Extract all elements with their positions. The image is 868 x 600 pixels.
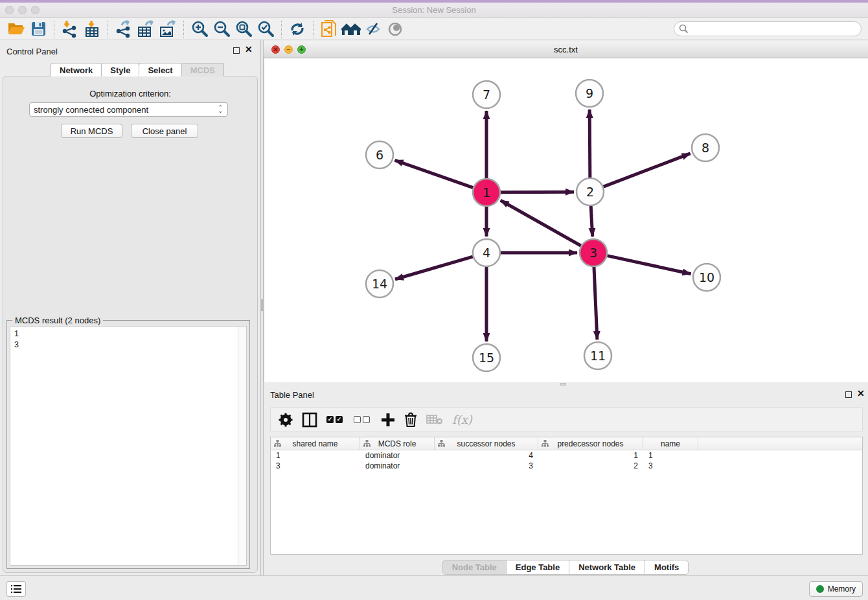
cell[interactable]: 3 (435, 461, 538, 470)
column-header-predecessor-nodes[interactable]: predecessor nodes (538, 437, 643, 450)
node-label-14: 14 (372, 277, 387, 291)
cell[interactable]: 4 (435, 451, 538, 460)
export-image-icon[interactable] (157, 20, 179, 38)
zoom-selected-icon[interactable] (255, 20, 277, 38)
deselect-all-icon[interactable] (354, 410, 372, 430)
close-panel-icon[interactable]: ✕ (245, 46, 253, 52)
node-label-15: 15 (479, 351, 494, 365)
memory-label: Memory (828, 584, 856, 594)
column-header-MCDS-role[interactable]: MCDS role (360, 437, 435, 450)
control-panel-title: Control Panel (6, 47, 58, 56)
control-panel-tabs: NetworkStyleSelectMCDS (51, 63, 223, 76)
tab-select[interactable]: Select (139, 63, 181, 76)
select-all-icon[interactable]: ✓✓ (326, 410, 345, 430)
column-header-successor-nodes[interactable]: successor nodes (435, 437, 538, 450)
zoom-out-icon[interactable] (211, 20, 233, 38)
save-session-icon[interactable] (27, 20, 49, 38)
edge-1-6[interactable] (395, 160, 474, 187)
table-panel-tabs: Node TableEdge TableNetwork TableMotifs (264, 560, 868, 575)
cell[interactable]: 1 (538, 451, 643, 460)
run-mcds-button[interactable]: Run MCDS (61, 124, 122, 138)
result-scrollbar[interactable] (238, 327, 246, 565)
edge-2-9[interactable] (589, 110, 590, 178)
search-input[interactable] (674, 21, 862, 36)
close-table-panel-icon[interactable]: ✕ (857, 390, 865, 397)
tab-edge-table[interactable]: Edge Table (506, 560, 569, 575)
tab-node-table[interactable]: Node Table (442, 560, 507, 575)
network-canvas[interactable]: 7968124314101511 (264, 58, 868, 382)
toolbar-separator (313, 21, 314, 38)
table-row[interactable]: 1dominator411 (271, 450, 862, 461)
tab-network-table[interactable]: Network Table (569, 560, 645, 575)
close-panel-button[interactable]: Close panel (131, 124, 198, 138)
float-table-panel-icon[interactable] (845, 390, 852, 400)
node-label-8: 8 (702, 141, 709, 155)
table-settings-icon[interactable] (279, 410, 293, 430)
status-bar: Memory (0, 575, 868, 600)
edge-3-10[interactable] (607, 256, 691, 274)
mcds-result-lines: 1 3 (14, 329, 19, 349)
search-field[interactable] (689, 25, 861, 34)
task-history-button[interactable] (6, 581, 26, 597)
network-from-file-icon[interactable] (318, 20, 340, 38)
import-network-icon[interactable] (59, 20, 81, 38)
edge-1-2[interactable] (501, 192, 574, 192)
node-label-2: 2 (586, 185, 594, 199)
add-column-icon[interactable] (381, 410, 395, 430)
cell[interactable]: 2 (538, 461, 643, 470)
show-columns-icon[interactable] (302, 410, 317, 430)
tab-motifs[interactable]: Motifs (645, 560, 689, 575)
criterion-value: strongly connected component (34, 105, 148, 115)
edge-3-11[interactable] (594, 267, 597, 340)
tab-network[interactable]: Network (51, 63, 102, 76)
column-header-shared-name[interactable]: shared name (271, 437, 360, 450)
edge-2-8[interactable] (604, 154, 691, 187)
node-label-4: 4 (483, 246, 490, 260)
node-label-9: 9 (586, 86, 593, 100)
toolbar-separator (183, 21, 184, 38)
hide-panels-icon[interactable] (362, 20, 384, 38)
cell[interactable]: 3 (271, 461, 360, 470)
cell[interactable]: 3 (643, 461, 698, 470)
open-session-icon[interactable] (5, 20, 27, 38)
show-panels-icon[interactable] (384, 20, 406, 38)
export-network-icon[interactable] (113, 20, 135, 38)
select-stepper-icon: ⌃⌄ (218, 106, 223, 113)
node-table[interactable]: shared nameMCDS rolesuccessor nodesprede… (270, 437, 863, 555)
zoom-in-icon[interactable] (188, 20, 211, 38)
table-body[interactable]: 1dominator4113dominator323 (271, 450, 862, 471)
import-table-icon[interactable] (81, 20, 103, 38)
apply-layout-icon[interactable] (286, 20, 308, 38)
toolbar-separator (281, 21, 282, 38)
delete-column-icon[interactable] (404, 410, 417, 430)
tab-mcds[interactable]: MCDS (181, 63, 224, 76)
export-table-icon[interactable] (135, 20, 157, 38)
splitter-grip[interactable] (560, 383, 566, 386)
edge-4-14[interactable] (395, 257, 473, 279)
network-window-titlebar[interactable]: ✕ − + scc.txt (264, 41, 868, 58)
splitter-grip[interactable] (261, 299, 263, 311)
column-header-name[interactable]: name (643, 437, 698, 450)
cell[interactable]: 1 (643, 451, 698, 460)
memory-button[interactable]: Memory (809, 581, 863, 597)
network-window-title: scc.txt (264, 45, 868, 54)
network-graph[interactable]: 7968124314101511 (264, 58, 868, 382)
control-panel-header: Control Panel ✕ (0, 40, 260, 60)
float-panel-icon[interactable] (233, 46, 240, 56)
edge-2-3[interactable] (591, 206, 593, 237)
cell[interactable]: dominator (360, 451, 435, 460)
toolbar-separator (54, 21, 54, 38)
edge-3-1[interactable] (501, 200, 581, 246)
search-icon (679, 24, 689, 34)
window-title: Session: New Session (0, 5, 868, 15)
optimization-criterion-label: Optimization criterion: (0, 89, 260, 98)
criterion-select[interactable]: strongly connected component ⌃⌄ (29, 102, 228, 117)
cell[interactable]: 1 (271, 451, 360, 460)
table-header-row[interactable]: shared nameMCDS rolesuccessor nodesprede… (271, 437, 862, 450)
zoom-fit-icon[interactable] (233, 20, 255, 38)
cell[interactable]: dominator (360, 461, 435, 470)
session-home-icon[interactable] (340, 20, 362, 38)
table-row[interactable]: 3dominator323 (271, 461, 862, 471)
tab-style[interactable]: Style (101, 63, 139, 76)
mcds-result-text[interactable]: 1 3 (10, 326, 247, 566)
